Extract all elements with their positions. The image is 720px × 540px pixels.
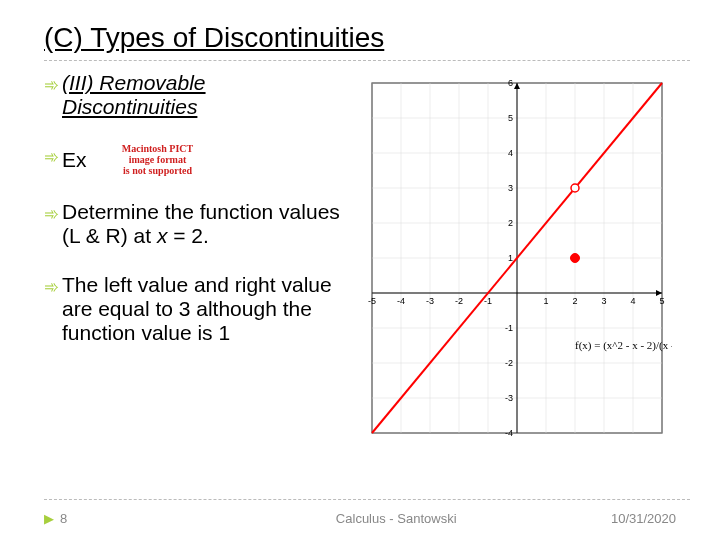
svg-text:-4: -4 [397, 296, 405, 306]
svg-marker-26 [514, 83, 520, 89]
svg-text:-2: -2 [455, 296, 463, 306]
pict-line-1: Macintosh PICT [122, 143, 193, 154]
svg-text:-3: -3 [505, 393, 513, 403]
bullet-arrow-icon: ➾ [44, 273, 62, 299]
bullet-1: ➾ (III) Removable Discontinuities [44, 71, 344, 119]
bullet-3-x: x [157, 224, 168, 247]
bullet-1-text: (III) Removable Discontinuities [62, 71, 344, 119]
svg-text:f(x) = (x^2 - x - 2)/(x - 2): f(x) = (x^2 - x - 2)/(x - 2) [575, 339, 672, 352]
chart-svg: -5-4-3-2-112345-4-3-2-1123456f(x) = (x^2… [352, 73, 672, 453]
svg-text:5: 5 [659, 296, 664, 306]
svg-text:5: 5 [508, 113, 513, 123]
bullet-arrow-icon: ➾ [44, 200, 62, 226]
svg-text:2: 2 [572, 296, 577, 306]
svg-text:3: 3 [601, 296, 606, 306]
bullet-arrow-icon: ➾ [44, 143, 62, 169]
page-arrow-icon: ▶ [44, 511, 54, 526]
discontinuity-chart: -5-4-3-2-112345-4-3-2-1123456f(x) = (x^2… [352, 73, 672, 453]
pict-line-2: image format [129, 154, 186, 165]
svg-text:-4: -4 [505, 428, 513, 438]
svg-point-47 [571, 184, 579, 192]
bullet-4: ➾ The left value and right value are equ… [44, 273, 344, 345]
bullet-2: ➾ Ex Macintosh PICT image format is not … [44, 143, 344, 176]
svg-text:3: 3 [508, 183, 513, 193]
footer-divider [44, 499, 690, 500]
page-number: 8 [60, 511, 67, 526]
slide-footer: ▶ 8 Calculus - Santowski 10/31/2020 [0, 511, 720, 526]
footer-center-text: Calculus - Santowski [336, 511, 457, 526]
right-column: -5-4-3-2-112345-4-3-2-1123456f(x) = (x^2… [352, 71, 690, 453]
bullet-3: ➾ Determine the function values (L & R) … [44, 200, 344, 248]
content-columns: ➾ (III) Removable Discontinuities ➾ Ex M… [44, 71, 690, 453]
bullet-arrow-icon: ➾ [44, 71, 62, 97]
svg-text:-1: -1 [505, 323, 513, 333]
svg-text:1: 1 [543, 296, 548, 306]
svg-text:-2: -2 [505, 358, 513, 368]
svg-text:6: 6 [508, 78, 513, 88]
pict-line-3: is not supported [123, 165, 192, 176]
bullet-3-b: = 2. [167, 224, 208, 247]
slide-title: (C) Types of Discontinuities [44, 22, 690, 54]
bullet-2-prefix: Ex [62, 148, 87, 172]
bullet-2-content: Ex Macintosh PICT image format is not su… [62, 143, 344, 176]
svg-text:2: 2 [508, 218, 513, 228]
bullet-4-text: The left value and right value are equal… [62, 273, 344, 345]
svg-text:4: 4 [630, 296, 635, 306]
svg-text:-3: -3 [426, 296, 434, 306]
missing-pict-placeholder: Macintosh PICT image format is not suppo… [93, 143, 223, 176]
svg-text:-5: -5 [368, 296, 376, 306]
footer-date: 10/31/2020 [611, 511, 676, 526]
svg-text:4: 4 [508, 148, 513, 158]
svg-text:1: 1 [508, 253, 513, 263]
title-divider [44, 60, 690, 61]
bullet-3-text: Determine the function values (L & R) at… [62, 200, 344, 248]
svg-point-48 [571, 254, 580, 263]
left-column: ➾ (III) Removable Discontinuities ➾ Ex M… [44, 71, 344, 453]
